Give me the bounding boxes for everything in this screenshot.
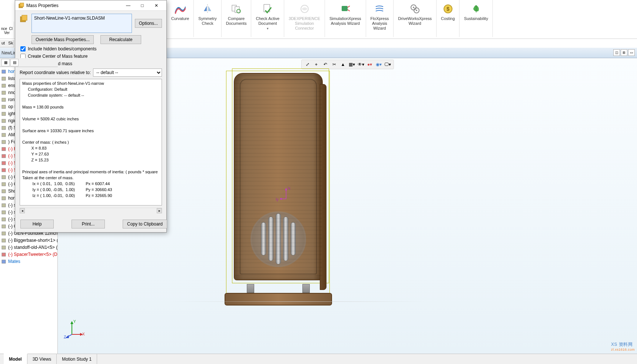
- ribbon-check-active[interactable]: Check Active Document ▾: [251, 0, 284, 37]
- scroll-left-icon[interactable]: ◂: [20, 208, 25, 213]
- tree-item[interactable]: (-) standoff-old-AN1<5> (Defa: [0, 244, 57, 251]
- scene-icon[interactable]: ◉▾: [375, 61, 382, 68]
- tree-item-label: Mates: [8, 259, 20, 264]
- mass-props-icon: [18, 3, 24, 9]
- ribbon-compare[interactable]: Compare Documents: [222, 0, 252, 37]
- svg-rect-33: [2, 218, 6, 221]
- options-button[interactable]: Options...: [135, 19, 162, 28]
- tree-node-icon: [1, 231, 7, 236]
- ribbon-costing[interactable]: $ Costing: [437, 0, 459, 37]
- display-style-icon[interactable]: ▦▾: [348, 61, 356, 68]
- svg-point-8: [413, 7, 414, 8]
- dialog-titlebar[interactable]: Mass Properties — □ ✕: [15, 0, 166, 11]
- view-triad[interactable]: Y X Z: [65, 320, 84, 339]
- tree-node-icon: [1, 125, 7, 130]
- window-split-icon[interactable]: ◫: [613, 49, 620, 56]
- tree-item-label: (-) Biggerbase-short<1> (Defau: [8, 238, 57, 243]
- window-split-icon[interactable]: ⊞: [621, 49, 627, 56]
- tree-item[interactable]: (-) SpacerTweeter<5> (Default<: [0, 251, 57, 258]
- ribbon-sustainability[interactable]: Sustainability: [459, 0, 493, 37]
- svg-rect-18: [2, 112, 6, 116]
- results-hscroll[interactable]: ◂ ▸: [20, 208, 162, 213]
- ribbon-floxpress[interactable]: FloXpress Analysis Wizard: [366, 0, 394, 37]
- sustainability-icon: [470, 3, 482, 15]
- tree-item[interactable]: Mates: [0, 258, 57, 265]
- tree-node-icon: [1, 210, 7, 215]
- minimize-button[interactable]: —: [121, 0, 135, 11]
- tree-node-icon: [1, 259, 7, 264]
- hide-show-icon[interactable]: 👁▾: [357, 61, 365, 68]
- svg-rect-12: [2, 70, 6, 73]
- simxpress-icon: [339, 3, 351, 15]
- watermark: XS 资料网 zl.xs1616.com: [611, 341, 635, 351]
- tree-node-icon: [1, 245, 7, 250]
- ribbon-driveworks[interactable]: DriveWorksXpress Wizard: [394, 0, 437, 37]
- recalculate-button[interactable]: Recalculate: [100, 35, 141, 44]
- svg-rect-28: [2, 183, 6, 186]
- tree-node-icon: [1, 167, 7, 173]
- axis-label: Ix: [288, 186, 291, 190]
- copy-clipboard-button[interactable]: Copy to Clipboard: [123, 220, 167, 228]
- ribbon-symmetry[interactable]: Symmetry Check: [194, 0, 222, 37]
- checkbox[interactable]: [20, 46, 26, 51]
- dialog-title: Mass Properties: [26, 3, 121, 8]
- results-textbox[interactable]: Mass properties of Short-NewLine-V1-narr…: [20, 79, 162, 206]
- include-hidden-checkbox[interactable]: Include hidden bodies/components: [20, 46, 162, 51]
- mass-properties-dialog[interactable]: Mass Properties — □ ✕ Short-NewLine-V1-n…: [15, 0, 167, 233]
- maximize-button[interactable]: □: [135, 0, 149, 11]
- ground-shadow: [169, 301, 428, 302]
- coord-system-select[interactable]: -- default --: [93, 69, 162, 77]
- ribbon-simxpress[interactable]: SimulationXpress Analysis Wizard: [325, 0, 366, 37]
- tree-tab-icon[interactable]: ▦: [1, 59, 10, 66]
- svg-rect-34: [2, 225, 6, 228]
- svg-rect-16: [2, 98, 6, 101]
- tree-node-icon: [1, 111, 7, 116]
- print-button[interactable]: Print...: [72, 220, 105, 228]
- speaker-model[interactable]: [228, 66, 343, 303]
- speaker-foot: [247, 284, 254, 293]
- tree-node-icon: [1, 174, 7, 180]
- speaker-foot: [302, 284, 310, 293]
- tree-tab-icon[interactable]: ▤: [10, 59, 19, 66]
- tree-node-icon: [1, 146, 7, 151]
- ribbon-label: Curvature: [171, 16, 189, 21]
- tab-motion-study-1[interactable]: Motion Study 1: [57, 354, 97, 364]
- ribbon-fragment-left: nce ClVer: [0, 21, 14, 39]
- tree-item-label: (-) SpacerTweeter<5> (Default<: [8, 252, 57, 257]
- check-doc-icon: [262, 3, 273, 15]
- svg-rect-26: [2, 168, 6, 172]
- svg-rect-20: [2, 126, 6, 130]
- svg-marker-45: [70, 321, 73, 324]
- speaker-cabinet: [234, 73, 323, 280]
- ribbon-curvature[interactable]: Curvature: [167, 0, 194, 37]
- appearance-icon[interactable]: ●▾: [366, 61, 374, 68]
- filename-input[interactable]: Short-NewLine-V1-narrow.SLDASM: [31, 14, 132, 33]
- svg-rect-29: [2, 190, 6, 193]
- scroll-right-icon[interactable]: ▸: [157, 208, 162, 213]
- view-settings-icon[interactable]: 🖵▾: [384, 61, 391, 68]
- svg-rect-25: [2, 161, 6, 165]
- tree-node-icon: [1, 132, 7, 137]
- svg-rect-37: [2, 246, 6, 249]
- override-button[interactable]: Override Mass Properties...: [31, 35, 94, 44]
- tab-fragment-left[interactable]: ut Sk: [0, 40, 14, 47]
- dropdown-arrow-icon[interactable]: ▾: [267, 27, 269, 30]
- svg-rect-19: [2, 119, 6, 123]
- svg-rect-51: [20, 3, 24, 7]
- close-button[interactable]: ✕: [149, 0, 163, 11]
- help-button[interactable]: Help: [20, 220, 54, 228]
- window-split-icon[interactable]: ▭: [628, 49, 635, 56]
- svg-rect-14: [2, 84, 6, 87]
- viewport-corner-buttons: ◫ ⊞ ▭: [613, 49, 635, 56]
- tab-3d-views[interactable]: 3D Views: [27, 354, 57, 364]
- costing-icon: $: [442, 3, 454, 15]
- axis-x-label: X: [82, 332, 85, 336]
- axis-y-label: Y: [73, 320, 76, 324]
- ribbon-label: Compare Documents: [226, 16, 247, 26]
- tree-item[interactable]: (-) Biggerbase-short<1> (Defau: [0, 237, 57, 244]
- driveworks-icon: [409, 3, 421, 15]
- tree-node-icon: [1, 224, 7, 229]
- tree-node-icon: [1, 104, 7, 109]
- ribbon-label: SimulationXpress Analysis Wizard: [329, 16, 361, 26]
- tab-model[interactable]: Model: [4, 354, 27, 364]
